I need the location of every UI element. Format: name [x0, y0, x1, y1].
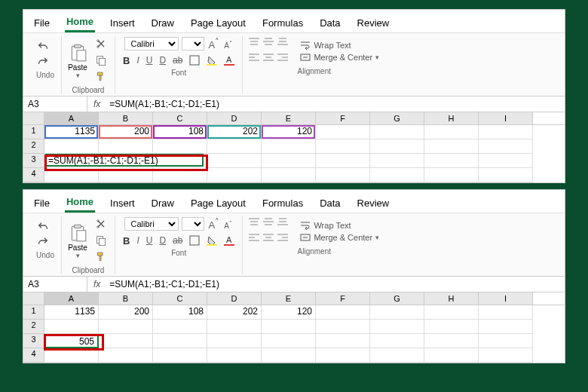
align-top-icon[interactable] [249, 216, 261, 230]
cut-icon[interactable] [93, 36, 109, 51]
row-header-4[interactable]: 4 [23, 168, 44, 182]
font-color-icon[interactable]: A [222, 234, 236, 247]
font-size-select[interactable]: 11 [182, 37, 204, 51]
tab-formulas[interactable]: Formulas [261, 194, 305, 212]
cell-d1[interactable]: 202 [207, 305, 262, 320]
tab-data[interactable]: Data [318, 14, 341, 32]
copy-icon[interactable] [93, 233, 109, 248]
tab-file[interactable]: File [32, 14, 51, 32]
paste-button[interactable]: Paste▾ [68, 222, 87, 259]
col-header-d[interactable]: D [207, 112, 262, 124]
cell-b1[interactable]: 200 [99, 305, 153, 320]
formula-input[interactable]: =SUM(A1;-B1;-C1;-D1;-E1) [106, 96, 565, 112]
merge-center-button[interactable]: Merge & Center▾ [300, 53, 379, 62]
col-header-b[interactable]: B [99, 112, 153, 124]
tab-home[interactable]: Home [65, 13, 95, 32]
align-left-icon[interactable] [249, 232, 261, 246]
cell-b1[interactable]: 200 [99, 125, 153, 139]
underline-button[interactable]: U [145, 54, 155, 66]
redo-icon[interactable] [35, 54, 51, 69]
align-middle-icon[interactable] [263, 216, 275, 230]
col-header-f[interactable]: F [316, 112, 370, 124]
border-icon[interactable] [188, 54, 201, 67]
strike-button[interactable]: ab [171, 234, 184, 247]
italic-button[interactable]: I [135, 54, 140, 66]
align-middle-icon[interactable] [263, 36, 275, 50]
redo-icon[interactable] [35, 234, 51, 250]
row-header-2[interactable]: 2 [23, 320, 44, 334]
bold-button[interactable]: B [121, 54, 131, 67]
tab-data[interactable]: Data [318, 194, 341, 212]
col-header-e[interactable]: E [262, 292, 316, 305]
tab-review[interactable]: Review [356, 194, 391, 212]
tab-formulas[interactable]: Formulas [261, 14, 305, 32]
font-size-select[interactable]: 11 [182, 217, 204, 231]
col-header-e[interactable]: E [262, 112, 316, 124]
fill-color-icon[interactable] [205, 54, 219, 67]
row-header-1[interactable]: 1 [23, 125, 44, 139]
font-name-select[interactable]: Calibri [124, 217, 179, 231]
col-header-h[interactable]: H [424, 112, 479, 124]
align-bottom-icon[interactable] [277, 216, 289, 230]
row-header-3[interactable]: 3 [23, 154, 44, 168]
row-header-2[interactable]: 2 [23, 139, 44, 154]
copy-icon[interactable] [93, 53, 109, 68]
format-painter-icon[interactable] [93, 250, 109, 265]
paste-button[interactable]: Paste▾ [68, 42, 87, 79]
col-header-f[interactable]: F [316, 292, 370, 305]
name-box[interactable]: A3 [23, 277, 87, 292]
cell-a3[interactable]: 505 [44, 334, 99, 348]
tab-page-layout[interactable]: Page Layout [189, 194, 247, 212]
undo-icon[interactable] [35, 219, 51, 234]
col-header-g[interactable]: G [370, 112, 424, 124]
tab-review[interactable]: Review [356, 14, 391, 32]
select-all-corner[interactable] [23, 112, 44, 124]
font-color-icon[interactable]: A [222, 54, 236, 67]
name-box[interactable]: A3 [23, 96, 87, 112]
col-header-b[interactable]: B [99, 292, 153, 305]
strike-button[interactable]: ab [171, 54, 184, 66]
undo-icon[interactable] [35, 39, 51, 54]
underline-button[interactable]: U [145, 234, 155, 247]
align-bottom-icon[interactable] [277, 36, 289, 50]
tab-insert[interactable]: Insert [109, 194, 136, 212]
cell-a3-editing[interactable]: =SUM(A1;-B1;-C1;-D1;-E1) [45, 154, 204, 167]
row-header-1[interactable]: 1 [23, 305, 44, 320]
cell-e1[interactable]: 120 [262, 305, 316, 320]
cell-a1[interactable]: 1135 [44, 305, 99, 320]
col-header-i[interactable]: I [479, 112, 533, 124]
cell-c1[interactable]: 108 [153, 125, 207, 139]
cut-icon[interactable] [93, 216, 109, 231]
wrap-text-button[interactable]: Wrap Text [300, 41, 379, 50]
select-all-corner[interactable] [23, 292, 44, 305]
double-underline-button[interactable]: D [158, 234, 167, 247]
increase-font-icon[interactable]: A˄ [207, 216, 222, 231]
col-header-c[interactable]: C [153, 112, 207, 124]
italic-button[interactable]: I [135, 234, 140, 247]
bold-button[interactable]: B [121, 234, 131, 247]
formula-input[interactable]: =SUM(A1;-B1;-C1;-D1;-E1) [106, 277, 565, 292]
col-header-h[interactable]: H [424, 292, 479, 305]
cell-a2[interactable] [44, 139, 99, 154]
merge-center-button[interactable]: Merge & Center▾ [300, 233, 379, 242]
tab-home[interactable]: Home [65, 193, 95, 213]
format-painter-icon[interactable] [93, 69, 109, 84]
col-header-a[interactable]: A [44, 292, 99, 305]
col-header-g[interactable]: G [370, 292, 424, 305]
fx-icon[interactable]: fx [87, 99, 106, 109]
align-center-icon[interactable] [263, 52, 275, 66]
fill-color-icon[interactable] [205, 234, 219, 247]
row-header-4[interactable]: 4 [23, 348, 44, 363]
cell-a1[interactable]: 1135 [44, 125, 99, 139]
cell-i1[interactable] [479, 125, 533, 139]
align-right-icon[interactable] [277, 52, 289, 66]
col-header-d[interactable]: D [207, 292, 262, 305]
align-left-icon[interactable] [249, 52, 261, 66]
col-header-c[interactable]: C [153, 292, 207, 305]
tab-file[interactable]: File [32, 194, 51, 212]
tab-draw[interactable]: Draw [150, 194, 176, 212]
row-header-3[interactable]: 3 [23, 334, 44, 348]
tab-insert[interactable]: Insert [109, 14, 136, 32]
align-right-icon[interactable] [277, 232, 289, 246]
cell-h1[interactable] [424, 125, 479, 139]
